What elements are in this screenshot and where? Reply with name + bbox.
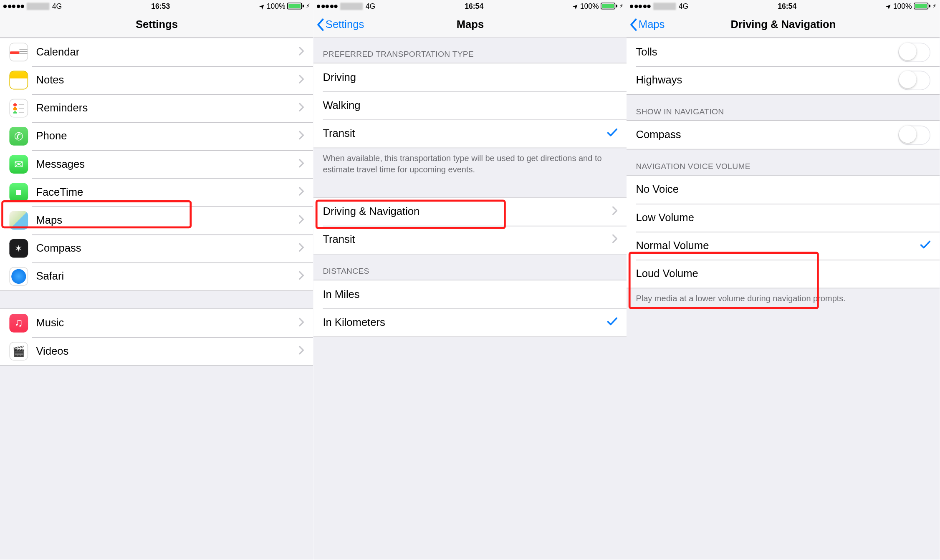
settings-row[interactable]: Safari bbox=[0, 262, 313, 290]
chevron-right-icon bbox=[612, 205, 617, 217]
chevron-right-icon bbox=[299, 345, 304, 357]
settings-row[interactable]: Normal Volume bbox=[627, 232, 940, 260]
settings-group: No VoiceLow VolumeNormal VolumeLoud Volu… bbox=[627, 175, 940, 288]
settings-row[interactable]: Notes bbox=[0, 66, 313, 94]
settings-row[interactable]: Driving bbox=[313, 63, 627, 91]
network-label: 4G bbox=[679, 2, 689, 10]
settings-row[interactable]: Calendar bbox=[0, 38, 313, 66]
check-icon bbox=[921, 239, 931, 252]
chevron-right-icon bbox=[299, 158, 304, 170]
nav-bar: MapsDriving & Navigation bbox=[627, 12, 940, 38]
videos-icon: 🎬 bbox=[9, 342, 28, 361]
settings-row[interactable]: In Kilometers bbox=[313, 308, 627, 336]
reminders-icon bbox=[9, 99, 28, 118]
network-label: 4G bbox=[365, 2, 375, 10]
row-label: In Miles bbox=[323, 288, 617, 300]
back-label: Maps bbox=[639, 18, 665, 30]
row-label: Driving bbox=[323, 71, 617, 83]
content: TollsHighwaysSHOW IN NAVIGATIONCompassNA… bbox=[627, 38, 940, 560]
settings-row[interactable]: ■FaceTime bbox=[0, 178, 313, 206]
row-label: Compass bbox=[636, 129, 899, 141]
notes-icon bbox=[9, 71, 28, 90]
settings-group: Driving & NavigationTransit bbox=[313, 197, 627, 255]
settings-row[interactable]: ✶Compass bbox=[0, 235, 313, 262]
carrier-label bbox=[27, 3, 49, 10]
carrier-label bbox=[653, 3, 676, 10]
carrier-label bbox=[340, 3, 363, 10]
chevron-right-icon bbox=[299, 242, 304, 255]
toggle-switch[interactable] bbox=[899, 125, 931, 144]
group-header: DISTANCES bbox=[313, 254, 627, 280]
row-label: Notes bbox=[36, 74, 298, 86]
settings-row[interactable]: Tolls bbox=[627, 38, 940, 66]
settings-row[interactable]: 🎬Videos bbox=[0, 337, 313, 365]
battery-icon bbox=[914, 3, 931, 9]
row-label: Music bbox=[36, 317, 298, 329]
screen-0: 4G16:53➤100%⚡︎SettingsCalendarNotesRemin… bbox=[0, 0, 313, 560]
charging-icon: ⚡︎ bbox=[933, 3, 937, 9]
chevron-right-icon bbox=[299, 102, 304, 114]
charging-icon: ⚡︎ bbox=[619, 3, 624, 9]
settings-row[interactable]: Compass bbox=[627, 121, 940, 149]
row-label: Transit bbox=[323, 128, 607, 140]
music-icon: ♫ bbox=[9, 314, 28, 333]
charging-icon: ⚡︎ bbox=[306, 3, 310, 9]
back-button[interactable]: Settings bbox=[316, 12, 364, 37]
settings-row[interactable]: Transit bbox=[313, 119, 627, 147]
nav-title: Maps bbox=[456, 18, 483, 30]
check-icon bbox=[607, 127, 617, 140]
settings-group: TollsHighways bbox=[627, 38, 940, 95]
signal-dots bbox=[630, 4, 651, 8]
row-label: Maps bbox=[36, 214, 298, 227]
nav-title: Driving & Navigation bbox=[731, 18, 836, 30]
toggle-switch[interactable] bbox=[899, 43, 931, 62]
chevron-right-icon bbox=[299, 317, 304, 329]
settings-row[interactable]: ✆Phone bbox=[0, 122, 313, 150]
row-label: Walking bbox=[323, 99, 617, 111]
row-label: No Voice bbox=[636, 184, 931, 196]
chevron-right-icon bbox=[299, 130, 304, 142]
settings-row[interactable]: Maps bbox=[0, 206, 313, 234]
clock: 16:54 bbox=[778, 2, 796, 10]
row-label: Calendar bbox=[36, 46, 298, 58]
back-label: Settings bbox=[325, 18, 364, 30]
settings-group: Compass bbox=[627, 120, 940, 149]
phone-icon: ✆ bbox=[9, 127, 28, 146]
row-label: Safari bbox=[36, 270, 298, 283]
chevron-right-icon bbox=[299, 74, 304, 86]
settings-row[interactable]: Walking bbox=[313, 91, 627, 119]
row-label: Highways bbox=[636, 74, 899, 86]
chevron-right-icon bbox=[612, 234, 617, 246]
nav-title: Settings bbox=[136, 18, 178, 30]
clock: 16:53 bbox=[151, 2, 170, 10]
settings-row[interactable]: Highways bbox=[627, 66, 940, 94]
settings-row[interactable]: Driving & Navigation bbox=[313, 197, 627, 225]
settings-row[interactable]: No Voice bbox=[627, 176, 940, 204]
location-icon: ➤ bbox=[884, 2, 893, 10]
battery-percent: 100% bbox=[893, 2, 912, 10]
settings-row[interactable]: ♫Music bbox=[0, 309, 313, 337]
row-label: In Kilometers bbox=[323, 316, 607, 328]
group-header: PREFERRED TRANSPORTATION TYPE bbox=[313, 38, 627, 63]
settings-row[interactable]: Transit bbox=[313, 225, 627, 253]
back-button[interactable]: Maps bbox=[629, 12, 665, 37]
row-label: Tolls bbox=[636, 46, 899, 58]
clock: 16:54 bbox=[465, 2, 483, 10]
settings-row[interactable]: Reminders bbox=[0, 94, 313, 122]
maps-icon bbox=[9, 211, 28, 230]
location-icon: ➤ bbox=[571, 2, 579, 10]
settings-row[interactable]: ✉︎Messages bbox=[0, 150, 313, 178]
screen-1: 4G16:54➤100%⚡︎SettingsMapsPREFERRED TRAN… bbox=[313, 0, 627, 560]
settings-group: CalendarNotesReminders✆Phone✉︎Messages■F… bbox=[0, 38, 313, 291]
row-label: Low Volume bbox=[636, 212, 931, 224]
toggle-switch[interactable] bbox=[899, 71, 931, 90]
row-label: Messages bbox=[36, 158, 298, 170]
chevron-right-icon bbox=[299, 46, 304, 58]
settings-row[interactable]: Low Volume bbox=[627, 204, 940, 232]
signal-dots bbox=[3, 4, 24, 8]
settings-row[interactable]: In Miles bbox=[313, 280, 627, 308]
nav-bar: Settings bbox=[0, 12, 313, 38]
row-label: Compass bbox=[36, 242, 298, 255]
status-bar: 4G16:54➤100%⚡︎ bbox=[627, 0, 940, 12]
settings-row[interactable]: Loud Volume bbox=[627, 260, 940, 288]
